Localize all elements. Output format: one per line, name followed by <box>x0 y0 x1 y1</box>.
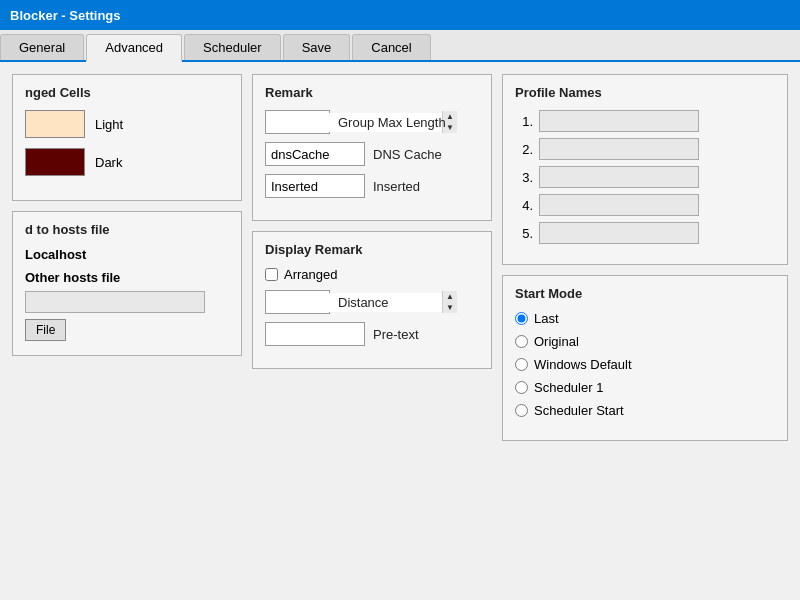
profile-input-4[interactable] <box>539 194 699 216</box>
radio-windows-default: Windows Default <box>515 357 775 372</box>
profile-num-4: 4. <box>515 198 533 213</box>
arranged-label: Arranged <box>284 267 337 282</box>
column-1: nged Cells Light Dark d to hosts file Lo… <box>12 74 242 582</box>
profile-num-5: 5. <box>515 226 533 241</box>
distance-row: 40 ▲ ▼ Distance <box>265 290 479 314</box>
radio-scheduler-start: Scheduler Start <box>515 403 775 418</box>
light-color-row: Light <box>25 110 229 138</box>
group-max-length-label: Group Max Length <box>338 115 446 130</box>
radio-original-input[interactable] <box>515 335 528 348</box>
column-3: Profile Names 1. 2. 3. 4. 5. <box>502 74 788 582</box>
distance-spin-up[interactable]: ▲ <box>443 291 457 302</box>
profile-row-5: 5. <box>515 222 775 244</box>
radio-windows-default-label: Windows Default <box>534 357 632 372</box>
tab-bar: General Advanced Scheduler Save Cancel <box>0 30 800 62</box>
group-max-length-spinner[interactable]: 8 ▲ ▼ <box>265 110 330 134</box>
file-button[interactable]: File <box>25 319 66 341</box>
profile-num-3: 3. <box>515 170 533 185</box>
radio-windows-default-input[interactable] <box>515 358 528 371</box>
profile-input-2[interactable] <box>539 138 699 160</box>
group-max-length-row: 8 ▲ ▼ Group Max Length <box>265 110 479 134</box>
pretext-label: Pre-text <box>373 327 463 342</box>
title-text: Blocker - Settings <box>10 8 121 23</box>
radio-original: Original <box>515 334 775 349</box>
inserted-label: Inserted <box>373 179 463 194</box>
tab-general[interactable]: General <box>0 34 84 60</box>
display-remark-title: Display Remark <box>265 242 479 257</box>
tab-cancel[interactable]: Cancel <box>352 34 430 60</box>
tab-scheduler[interactable]: Scheduler <box>184 34 281 60</box>
profile-names-section: Profile Names 1. 2. 3. 4. 5. <box>502 74 788 265</box>
profile-row-1: 1. <box>515 110 775 132</box>
other-hosts-label: Other hosts file <box>25 270 229 285</box>
other-hosts-input[interactable] <box>25 291 205 313</box>
radio-last-label: Last <box>534 311 559 326</box>
distance-spin-buttons: ▲ ▼ <box>442 291 457 313</box>
pretext-input[interactable] <box>265 322 365 346</box>
color-section: nged Cells Light Dark <box>12 74 242 201</box>
tab-advanced[interactable]: Advanced <box>86 34 182 62</box>
display-remark-section: Display Remark Arranged 40 ▲ ▼ Distance … <box>252 231 492 369</box>
inserted-row: Inserted Inserted <box>265 174 479 198</box>
tab-save[interactable]: Save <box>283 34 351 60</box>
start-mode-title: Start Mode <box>515 286 775 301</box>
start-mode-section: Start Mode Last Original Windows Default… <box>502 275 788 441</box>
dns-cache-input[interactable]: dnsCache <box>265 142 365 166</box>
radio-scheduler1-label: Scheduler 1 <box>534 380 603 395</box>
dns-cache-row: dnsCache DNS Cache <box>265 142 479 166</box>
radio-last-input[interactable] <box>515 312 528 325</box>
dark-color-swatch[interactable] <box>25 148 85 176</box>
remark-section: Remark 8 ▲ ▼ Group Max Length dnsCache D… <box>252 74 492 221</box>
title-bar: Blocker - Settings <box>0 0 800 30</box>
profile-input-1[interactable] <box>539 110 699 132</box>
profile-input-3[interactable] <box>539 166 699 188</box>
radio-original-label: Original <box>534 334 579 349</box>
hosts-section: d to hosts file Localhost Other hosts fi… <box>12 211 242 356</box>
main-content: nged Cells Light Dark d to hosts file Lo… <box>0 62 800 594</box>
remark-section-title: Remark <box>265 85 479 100</box>
color-section-title: nged Cells <box>25 85 229 100</box>
radio-scheduler1-input[interactable] <box>515 381 528 394</box>
localhost-label: Localhost <box>25 247 229 262</box>
profile-num-1: 1. <box>515 114 533 129</box>
pretext-row: Pre-text <box>265 322 479 346</box>
profile-row-3: 3. <box>515 166 775 188</box>
light-color-swatch[interactable] <box>25 110 85 138</box>
dark-color-row: Dark <box>25 148 229 176</box>
distance-spin-down[interactable]: ▼ <box>443 302 457 313</box>
distance-spinner[interactable]: 40 ▲ ▼ <box>265 290 330 314</box>
profile-row-4: 4. <box>515 194 775 216</box>
arranged-checkbox[interactable] <box>265 268 278 281</box>
profile-names-title: Profile Names <box>515 85 775 100</box>
radio-last: Last <box>515 311 775 326</box>
hosts-section-title: d to hosts file <box>25 222 229 237</box>
radio-scheduler-start-label: Scheduler Start <box>534 403 624 418</box>
light-label: Light <box>95 117 123 132</box>
radio-scheduler-start-input[interactable] <box>515 404 528 417</box>
profile-num-2: 2. <box>515 142 533 157</box>
column-2: Remark 8 ▲ ▼ Group Max Length dnsCache D… <box>252 74 492 582</box>
dns-cache-label: DNS Cache <box>373 147 463 162</box>
distance-label: Distance <box>338 295 428 310</box>
arranged-row: Arranged <box>265 267 479 282</box>
inserted-input[interactable]: Inserted <box>265 174 365 198</box>
radio-scheduler1: Scheduler 1 <box>515 380 775 395</box>
dark-label: Dark <box>95 155 122 170</box>
profile-input-5[interactable] <box>539 222 699 244</box>
profile-row-2: 2. <box>515 138 775 160</box>
